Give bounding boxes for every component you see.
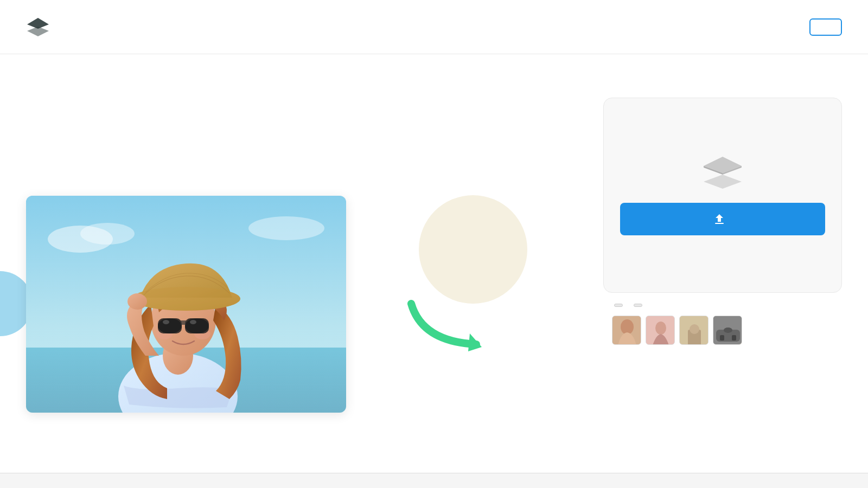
remove-background-button[interactable] — [809, 18, 842, 36]
svg-rect-38 — [720, 335, 724, 341]
svg-point-6 — [248, 216, 324, 240]
arrow-container — [406, 293, 493, 360]
svg-rect-14 — [158, 318, 182, 333]
thumb-4-img — [713, 316, 742, 345]
upload-panel — [603, 98, 842, 293]
svg-marker-22 — [468, 333, 482, 351]
svg-point-37 — [724, 328, 732, 333]
sample-thumb-3[interactable] — [679, 316, 709, 345]
logo[interactable] — [26, 17, 56, 37]
hero-image-svg — [26, 196, 346, 413]
svg-point-18 — [190, 320, 196, 324]
svg-rect-27 — [715, 223, 724, 224]
upload-image-button[interactable] — [620, 203, 825, 235]
status-bar — [0, 473, 868, 488]
sample-thumbs — [612, 316, 742, 345]
svg-point-20 — [132, 287, 240, 311]
svg-rect-15 — [185, 318, 209, 333]
hero-image — [26, 196, 346, 413]
layers-icon — [701, 154, 744, 192]
header — [0, 0, 868, 54]
thumb-2-img — [646, 316, 675, 345]
logo-icon — [26, 17, 50, 37]
sample-thumb-1[interactable] — [612, 316, 641, 345]
svg-marker-24 — [704, 175, 742, 189]
svg-rect-39 — [732, 335, 736, 341]
hero-image-wrapper — [26, 196, 346, 413]
hero-title — [26, 87, 341, 130]
thumb-3-img — [680, 316, 709, 345]
paste-row — [603, 304, 842, 307]
hero-subtitle — [26, 146, 571, 163]
svg-rect-16 — [181, 320, 186, 325]
svg-marker-1 — [27, 27, 49, 36]
sample-images-row — [603, 316, 842, 345]
sample-thumb-4[interactable] — [713, 316, 742, 345]
svg-point-21 — [127, 293, 147, 310]
svg-point-34 — [690, 324, 699, 334]
upload-section — [603, 87, 842, 466]
hero-section: const dotsContainer = document.querySele… — [26, 87, 571, 466]
svg-marker-23 — [704, 157, 742, 173]
arrow-svg — [406, 293, 493, 358]
kbd-ctrl — [614, 304, 623, 307]
svg-point-17 — [163, 320, 169, 324]
svg-point-29 — [621, 319, 634, 335]
thumb-1-img — [612, 316, 641, 345]
svg-point-31 — [655, 322, 666, 335]
upload-icon — [713, 213, 726, 226]
sample-thumb-2[interactable] — [646, 316, 675, 345]
deco-circle — [419, 195, 527, 304]
svg-point-5 — [80, 223, 135, 245]
kbd-v — [634, 304, 642, 307]
main-content: const dotsContainer = document.querySele… — [0, 54, 868, 488]
